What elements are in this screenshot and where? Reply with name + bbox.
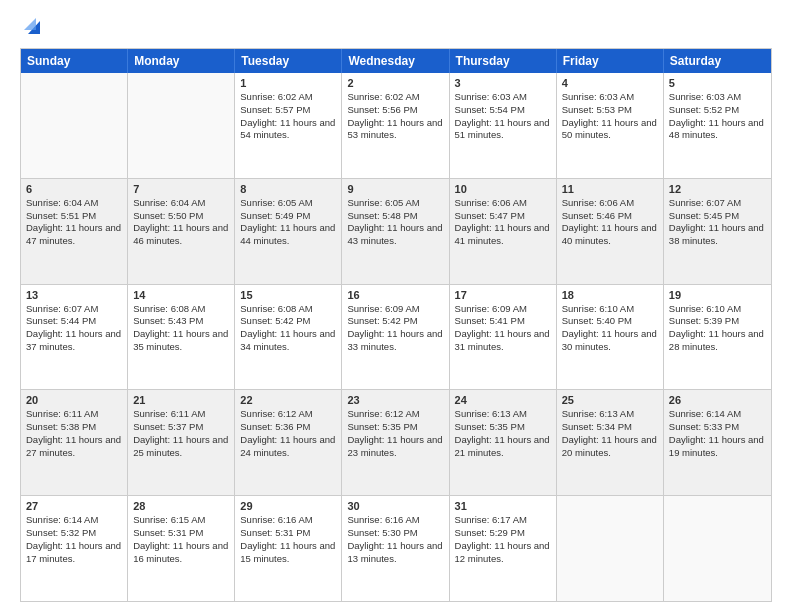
day-number: 27: [26, 500, 122, 512]
daylight-text: Daylight: 11 hours and 19 minutes.: [669, 434, 766, 460]
sunset-text: Sunset: 5:31 PM: [240, 527, 336, 540]
daylight-text: Daylight: 11 hours and 24 minutes.: [240, 434, 336, 460]
sunrise-text: Sunrise: 6:12 AM: [240, 408, 336, 421]
sunrise-text: Sunrise: 6:16 AM: [347, 514, 443, 527]
sunset-text: Sunset: 5:42 PM: [240, 315, 336, 328]
sunrise-text: Sunrise: 6:09 AM: [455, 303, 551, 316]
sunset-text: Sunset: 5:31 PM: [133, 527, 229, 540]
sunrise-text: Sunrise: 6:17 AM: [455, 514, 551, 527]
cal-cell: 26Sunrise: 6:14 AMSunset: 5:33 PMDayligh…: [664, 390, 771, 495]
day-number: 30: [347, 500, 443, 512]
day-number: 7: [133, 183, 229, 195]
sunset-text: Sunset: 5:34 PM: [562, 421, 658, 434]
sunrise-text: Sunrise: 6:14 AM: [26, 514, 122, 527]
day-number: 15: [240, 289, 336, 301]
daylight-text: Daylight: 11 hours and 33 minutes.: [347, 328, 443, 354]
sunset-text: Sunset: 5:39 PM: [669, 315, 766, 328]
sunrise-text: Sunrise: 6:13 AM: [562, 408, 658, 421]
sunset-text: Sunset: 5:33 PM: [669, 421, 766, 434]
header: [20, 16, 772, 38]
logo: [20, 16, 44, 38]
cal-cell: 11Sunrise: 6:06 AMSunset: 5:46 PMDayligh…: [557, 179, 664, 284]
header-day-tuesday: Tuesday: [235, 49, 342, 73]
cal-cell: 30Sunrise: 6:16 AMSunset: 5:30 PMDayligh…: [342, 496, 449, 601]
sunrise-text: Sunrise: 6:05 AM: [347, 197, 443, 210]
day-number: 29: [240, 500, 336, 512]
sunset-text: Sunset: 5:48 PM: [347, 210, 443, 223]
daylight-text: Daylight: 11 hours and 12 minutes.: [455, 540, 551, 566]
day-number: 23: [347, 394, 443, 406]
sunrise-text: Sunrise: 6:09 AM: [347, 303, 443, 316]
daylight-text: Daylight: 11 hours and 51 minutes.: [455, 117, 551, 143]
daylight-text: Daylight: 11 hours and 35 minutes.: [133, 328, 229, 354]
cal-cell: 22Sunrise: 6:12 AMSunset: 5:36 PMDayligh…: [235, 390, 342, 495]
cal-cell: 4Sunrise: 6:03 AMSunset: 5:53 PMDaylight…: [557, 73, 664, 178]
sunrise-text: Sunrise: 6:03 AM: [562, 91, 658, 104]
header-day-monday: Monday: [128, 49, 235, 73]
sunset-text: Sunset: 5:42 PM: [347, 315, 443, 328]
day-number: 19: [669, 289, 766, 301]
cal-cell: [664, 496, 771, 601]
day-number: 25: [562, 394, 658, 406]
cal-cell: [128, 73, 235, 178]
day-number: 11: [562, 183, 658, 195]
cal-cell: 24Sunrise: 6:13 AMSunset: 5:35 PMDayligh…: [450, 390, 557, 495]
week-row-5: 27Sunrise: 6:14 AMSunset: 5:32 PMDayligh…: [21, 495, 771, 601]
daylight-text: Daylight: 11 hours and 30 minutes.: [562, 328, 658, 354]
header-day-thursday: Thursday: [450, 49, 557, 73]
day-number: 9: [347, 183, 443, 195]
day-number: 8: [240, 183, 336, 195]
sunrise-text: Sunrise: 6:06 AM: [455, 197, 551, 210]
sunset-text: Sunset: 5:38 PM: [26, 421, 122, 434]
daylight-text: Daylight: 11 hours and 43 minutes.: [347, 222, 443, 248]
cal-cell: 31Sunrise: 6:17 AMSunset: 5:29 PMDayligh…: [450, 496, 557, 601]
day-number: 1: [240, 77, 336, 89]
sunrise-text: Sunrise: 6:08 AM: [240, 303, 336, 316]
sunrise-text: Sunrise: 6:16 AM: [240, 514, 336, 527]
cal-cell: 9Sunrise: 6:05 AMSunset: 5:48 PMDaylight…: [342, 179, 449, 284]
sunrise-text: Sunrise: 6:10 AM: [562, 303, 658, 316]
sunset-text: Sunset: 5:29 PM: [455, 527, 551, 540]
sunset-text: Sunset: 5:45 PM: [669, 210, 766, 223]
sunset-text: Sunset: 5:54 PM: [455, 104, 551, 117]
sunrise-text: Sunrise: 6:13 AM: [455, 408, 551, 421]
day-number: 20: [26, 394, 122, 406]
cal-cell: 5Sunrise: 6:03 AMSunset: 5:52 PMDaylight…: [664, 73, 771, 178]
sunset-text: Sunset: 5:35 PM: [455, 421, 551, 434]
cal-cell: 16Sunrise: 6:09 AMSunset: 5:42 PMDayligh…: [342, 285, 449, 390]
cal-cell: 17Sunrise: 6:09 AMSunset: 5:41 PMDayligh…: [450, 285, 557, 390]
sunset-text: Sunset: 5:50 PM: [133, 210, 229, 223]
calendar-header: SundayMondayTuesdayWednesdayThursdayFrid…: [21, 49, 771, 73]
daylight-text: Daylight: 11 hours and 27 minutes.: [26, 434, 122, 460]
sunrise-text: Sunrise: 6:07 AM: [669, 197, 766, 210]
week-row-3: 13Sunrise: 6:07 AMSunset: 5:44 PMDayligh…: [21, 284, 771, 390]
daylight-text: Daylight: 11 hours and 31 minutes.: [455, 328, 551, 354]
daylight-text: Daylight: 11 hours and 41 minutes.: [455, 222, 551, 248]
day-number: 13: [26, 289, 122, 301]
cal-cell: 12Sunrise: 6:07 AMSunset: 5:45 PMDayligh…: [664, 179, 771, 284]
sunset-text: Sunset: 5:36 PM: [240, 421, 336, 434]
cal-cell: 19Sunrise: 6:10 AMSunset: 5:39 PMDayligh…: [664, 285, 771, 390]
daylight-text: Daylight: 11 hours and 20 minutes.: [562, 434, 658, 460]
daylight-text: Daylight: 11 hours and 54 minutes.: [240, 117, 336, 143]
day-number: 28: [133, 500, 229, 512]
sunset-text: Sunset: 5:37 PM: [133, 421, 229, 434]
day-number: 6: [26, 183, 122, 195]
daylight-text: Daylight: 11 hours and 48 minutes.: [669, 117, 766, 143]
sunset-text: Sunset: 5:51 PM: [26, 210, 122, 223]
cal-cell: 23Sunrise: 6:12 AMSunset: 5:35 PMDayligh…: [342, 390, 449, 495]
cal-cell: 25Sunrise: 6:13 AMSunset: 5:34 PMDayligh…: [557, 390, 664, 495]
calendar-body: 1Sunrise: 6:02 AMSunset: 5:57 PMDaylight…: [21, 73, 771, 601]
day-number: 22: [240, 394, 336, 406]
day-number: 24: [455, 394, 551, 406]
sunrise-text: Sunrise: 6:02 AM: [240, 91, 336, 104]
cal-cell: [21, 73, 128, 178]
sunset-text: Sunset: 5:52 PM: [669, 104, 766, 117]
sunset-text: Sunset: 5:40 PM: [562, 315, 658, 328]
sunset-text: Sunset: 5:53 PM: [562, 104, 658, 117]
day-number: 16: [347, 289, 443, 301]
sunrise-text: Sunrise: 6:03 AM: [455, 91, 551, 104]
cal-cell: 3Sunrise: 6:03 AMSunset: 5:54 PMDaylight…: [450, 73, 557, 178]
sunset-text: Sunset: 5:30 PM: [347, 527, 443, 540]
cal-cell: 28Sunrise: 6:15 AMSunset: 5:31 PMDayligh…: [128, 496, 235, 601]
